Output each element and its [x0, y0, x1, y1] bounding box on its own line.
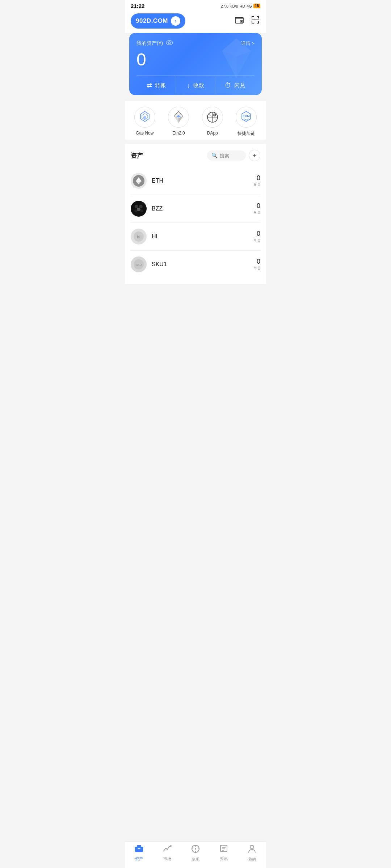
- status-time: 21:22: [131, 3, 144, 9]
- svg-point-33: [134, 209, 137, 212]
- asset-label: 我的资产(¥): [136, 40, 163, 47]
- quick-menu: Gas Now Eth2.0: [125, 101, 266, 140]
- eth-name: ETH: [152, 178, 254, 184]
- eth-watermark: [218, 37, 255, 81]
- receive-action[interactable]: ↓ 收款: [176, 76, 215, 95]
- eth2-icon-circle: [168, 107, 189, 128]
- svg-point-34: [140, 209, 143, 212]
- hi-name: HI: [152, 233, 254, 240]
- dapp-label: DApp: [207, 131, 218, 136]
- svg-text:EVM: EVM: [243, 114, 250, 118]
- quick-chain-label: 快捷加链: [237, 131, 255, 137]
- bzz-amount: 0: [254, 202, 260, 210]
- add-asset-button[interactable]: +: [249, 150, 260, 161]
- svg-text:hi: hi: [137, 235, 140, 239]
- svg-point-30: [135, 205, 138, 208]
- sku1-balance: 0 ¥ 0: [254, 258, 260, 271]
- gas-now-label: Gas Now: [136, 131, 154, 136]
- eye-icon[interactable]: [166, 40, 173, 47]
- eth-amount: 0: [254, 174, 260, 182]
- status-bar: 21:22 27.8 KB/s HD 4G 18: [125, 0, 266, 10]
- sku1-cny: ¥ 0: [254, 265, 260, 271]
- asset-list-item[interactable]: hi HI 0 ¥ 0: [131, 223, 260, 251]
- sku1-name: SKU1: [152, 261, 254, 268]
- header: 902D.COM ›: [125, 10, 266, 33]
- search-bar: 🔍 +: [207, 150, 260, 161]
- svg-point-32: [137, 208, 140, 211]
- assets-header: 资产 🔍 +: [131, 150, 260, 161]
- search-icon: 🔍: [211, 153, 218, 158]
- hi-balance: 0 ¥ 0: [254, 230, 260, 243]
- quick-item-quick-chain[interactable]: EVM 快捷加链: [236, 107, 257, 137]
- asset-card: 我的资产(¥) 详情 > 0 ⇄ 转账: [129, 33, 262, 95]
- battery-indicator: 18: [253, 4, 260, 8]
- hd-badge: HD: [239, 4, 245, 8]
- transfer-icon: ⇄: [147, 81, 152, 89]
- quick-item-eth2[interactable]: Eth2.0: [168, 107, 189, 137]
- header-icons: [234, 15, 260, 27]
- eth-cny: ¥ 0: [254, 182, 260, 187]
- asset-list-item[interactable]: SKU SKU1 0 ¥ 0: [131, 251, 260, 278]
- quick-item-dapp[interactable]: DApp: [202, 107, 223, 137]
- dapp-icon-circle: [202, 107, 223, 128]
- asset-list-item[interactable]: BZZ 0 ¥ 0: [131, 195, 260, 223]
- bzz-cny: ¥ 0: [254, 210, 260, 215]
- search-input[interactable]: [220, 153, 241, 158]
- asset-list-item[interactable]: ETH 0 ¥ 0: [131, 167, 260, 195]
- svg-marker-11: [143, 116, 146, 119]
- assets-section: 资产 🔍 + ETH 0 ¥ 0: [125, 144, 266, 284]
- transfer-label: 转账: [155, 82, 166, 89]
- status-icons: 27.8 KB/s HD 4G 18: [221, 4, 260, 8]
- speed-indicator: 27.8 KB/s: [221, 4, 238, 8]
- brand-arrow-icon: ›: [171, 16, 180, 26]
- signal-indicator: 4G: [247, 4, 252, 8]
- bzz-balance: 0 ¥ 0: [254, 202, 260, 215]
- svg-point-4: [168, 42, 171, 44]
- search-input-wrap[interactable]: 🔍: [207, 150, 246, 161]
- swap-label: 闪兑: [234, 82, 245, 89]
- gas-now-icon-circle: [134, 107, 155, 128]
- bzz-name: BZZ: [152, 205, 254, 212]
- eth-avatar: [131, 173, 147, 189]
- svg-text:SKU: SKU: [136, 263, 142, 267]
- receive-label: 收款: [193, 82, 204, 89]
- eth-balance: 0 ¥ 0: [254, 174, 260, 187]
- transfer-action[interactable]: ⇄ 转账: [136, 76, 176, 95]
- bzz-avatar: [131, 201, 147, 217]
- brand-pill[interactable]: 902D.COM ›: [131, 13, 185, 29]
- hi-cny: ¥ 0: [254, 238, 260, 243]
- quick-item-gas-now[interactable]: Gas Now: [134, 107, 155, 137]
- receive-icon: ↓: [187, 82, 190, 89]
- asset-label-row: 我的资产(¥): [136, 40, 173, 47]
- svg-point-3: [166, 41, 173, 45]
- eth2-label: Eth2.0: [172, 131, 185, 136]
- quick-chain-icon-circle: EVM: [236, 107, 257, 128]
- sku1-amount: 0: [254, 258, 260, 265]
- sku1-avatar: SKU: [131, 256, 147, 272]
- hi-avatar: hi: [131, 229, 147, 244]
- wallet-add-icon[interactable]: [234, 15, 244, 27]
- assets-title: 资产: [131, 152, 143, 160]
- brand-name: 902D.COM: [136, 17, 168, 25]
- hi-amount: 0: [254, 230, 260, 238]
- svg-point-31: [139, 205, 143, 208]
- swap-icon: ⏱: [225, 82, 231, 89]
- scan-icon[interactable]: [250, 15, 260, 27]
